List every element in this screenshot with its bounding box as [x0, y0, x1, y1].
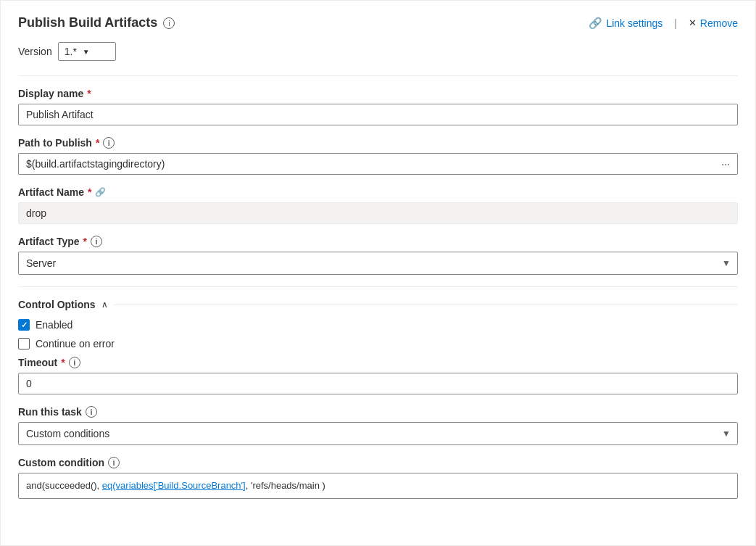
link-settings-label: Link settings	[606, 17, 662, 29]
required-star-timeout: *	[61, 357, 65, 368]
chevron-down-icon: ▼	[83, 48, 90, 56]
path-ellipsis-button[interactable]: ···	[714, 153, 738, 175]
custom-condition-text: and(succeeded(), eq(variables['Build.Sou…	[26, 480, 325, 491]
artifact-type-info-icon[interactable]: i	[91, 236, 102, 247]
custom-condition-info-icon[interactable]: i	[108, 457, 120, 468]
ellipsis-icon: ···	[721, 158, 730, 170]
version-label: Version	[18, 46, 52, 57]
artifact-type-label: Artifact Type * i	[18, 236, 738, 247]
continue-on-error-checkbox-row: Continue on error	[18, 338, 738, 349]
control-options-section-header: Control Options ∧	[18, 299, 738, 310]
run-task-label: Run this task i	[18, 406, 738, 418]
control-options-collapse-icon[interactable]: ∧	[101, 299, 108, 310]
continue-on-error-checkbox[interactable]	[18, 338, 30, 349]
remove-icon: ✕	[689, 17, 697, 28]
required-star-type: *	[83, 236, 87, 247]
run-task-info-icon[interactable]: i	[86, 406, 97, 418]
timeout-label: Timeout * i	[18, 357, 738, 368]
custom-condition-display: and(succeeded(), eq(variables['Build.Sou…	[18, 473, 738, 499]
enabled-checkbox-row: Enabled	[18, 319, 738, 331]
path-info-icon[interactable]: i	[103, 137, 115, 149]
path-input-wrapper: ···	[18, 153, 738, 175]
remove-button[interactable]: ✕ Remove	[689, 17, 738, 29]
timeout-input[interactable]	[18, 373, 738, 394]
path-to-publish-label: Path to Publish * i	[18, 137, 738, 149]
title-area: Publish Build Artifacts i	[18, 15, 175, 30]
run-task-select-wrapper: Agent job run conditions Only when all p…	[18, 422, 738, 445]
continue-on-error-label: Continue on error	[36, 338, 115, 349]
required-star-path: *	[96, 137, 99, 149]
path-to-publish-input[interactable]	[18, 153, 714, 175]
run-task-select[interactable]: Agent job run conditions Only when all p…	[18, 422, 738, 445]
header-actions: 🔗 Link settings | ✕ Remove	[589, 17, 738, 30]
chain-icon: 🔗	[95, 187, 106, 197]
custom-condition-group: Custom condition i and(succeeded(), eq(v…	[18, 457, 738, 499]
custom-condition-link: eq(variables['Build.SourceBranch']	[102, 480, 246, 491]
path-to-publish-group: Path to Publish * i ···	[18, 137, 738, 175]
version-row: Version 1.* ▼	[18, 42, 738, 61]
title-info-icon[interactable]: i	[163, 17, 175, 29]
link-icon: 🔗	[589, 17, 602, 30]
timeout-group: Timeout * i	[18, 357, 738, 394]
display-name-input[interactable]	[18, 104, 738, 125]
artifact-name-label: Artifact Name * 🔗	[18, 186, 738, 198]
custom-condition-label: Custom condition i	[18, 457, 738, 468]
control-options-title: Control Options	[18, 299, 96, 310]
run-task-group: Run this task i Agent job run conditions…	[18, 406, 738, 445]
enabled-checkbox[interactable]	[18, 319, 30, 331]
control-options-divider	[114, 305, 738, 305]
timeout-info-icon[interactable]: i	[69, 357, 80, 368]
required-star: *	[87, 88, 91, 99]
version-select[interactable]: 1.* ▼	[58, 42, 116, 61]
header-row: Publish Build Artifacts i 🔗 Link setting…	[18, 15, 738, 30]
required-star-artifact: *	[88, 186, 91, 198]
enabled-label: Enabled	[36, 319, 72, 331]
top-divider	[18, 75, 738, 76]
display-name-label: Display name *	[18, 88, 738, 99]
display-name-group: Display name *	[18, 88, 738, 125]
artifact-type-group: Artifact Type * i Server File share ▼	[18, 236, 738, 275]
artifact-name-group: Artifact Name * 🔗 drop	[18, 186, 738, 224]
artifact-type-select-wrapper: Server File share ▼	[18, 252, 738, 275]
page-title: Publish Build Artifacts	[18, 15, 157, 30]
separator: |	[674, 17, 677, 29]
artifact-type-select[interactable]: Server File share	[18, 252, 738, 275]
control-divider	[18, 286, 738, 287]
artifact-name-display: drop	[18, 202, 738, 224]
remove-label: Remove	[700, 17, 738, 29]
link-settings-button[interactable]: 🔗 Link settings	[589, 17, 662, 30]
version-value: 1.*	[65, 46, 77, 57]
